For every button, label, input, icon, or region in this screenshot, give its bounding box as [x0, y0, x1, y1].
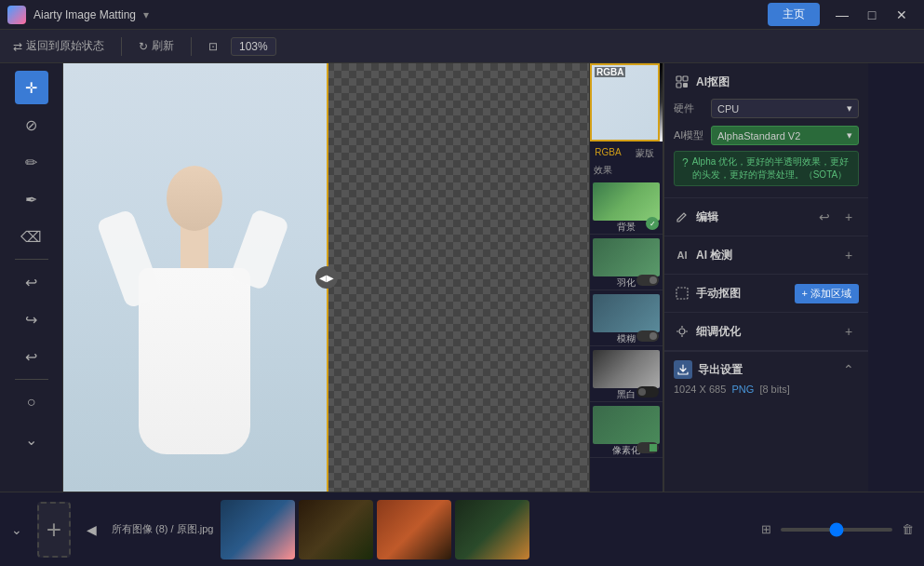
home-button[interactable]: 主页: [768, 3, 820, 26]
mask-thumb[interactable]: [660, 63, 663, 142]
add-area-button[interactable]: + 添加区域: [795, 284, 859, 303]
tool-separator: [15, 259, 48, 260]
maximize-button[interactable]: □: [857, 5, 887, 25]
zoom-level[interactable]: 103%: [231, 37, 276, 56]
fine-tuning-icon: [674, 323, 690, 340]
rgba-label: RGBA: [595, 67, 625, 77]
manual-matting-actions: + 添加区域: [795, 284, 859, 303]
bride-head: [167, 166, 222, 231]
nav-filmstrip-controls: ◀: [74, 519, 108, 541]
expand-tool[interactable]: ⌄: [15, 423, 48, 456]
filmstrip-path: 所有图像 (8) / 原图.jpg: [108, 522, 217, 536]
pixelate-preview: [593, 406, 660, 444]
fine-tuning-actions: +: [838, 321, 859, 342]
zoom-icon[interactable]: ⊡: [203, 38, 223, 55]
toolbar-separator2: [191, 37, 192, 56]
prev-button[interactable]: ◀: [80, 519, 102, 541]
pen-tool[interactable]: ✒: [15, 182, 48, 216]
film-grid-button[interactable]: ⊞: [755, 519, 777, 541]
effect-background[interactable]: 背景 ✓: [590, 179, 663, 235]
filmstrip-scroll: [217, 500, 749, 559]
eraser-tool[interactable]: ⊘: [15, 108, 48, 142]
collapse-button[interactable]: ⌄: [6, 519, 28, 541]
manual-matting-title: 手动抠图: [696, 286, 795, 302]
editing-icon: [674, 209, 690, 225]
feather-preview: [593, 238, 660, 276]
model-select[interactable]: AlphaStandard V2 ▾: [711, 126, 859, 145]
app-logo: [7, 6, 26, 24]
model-row: AI模型 AlphaStandard V2 ▾: [674, 122, 859, 149]
effect-pixelate[interactable]: 像素化: [590, 402, 663, 458]
fine-tuning-title: 细调优化: [696, 324, 838, 340]
delete-tool[interactable]: ⌫: [15, 220, 48, 253]
toolbar-separator: [121, 37, 122, 56]
editing-header[interactable]: 编辑 ↩ +: [674, 204, 859, 230]
effects-label: 效果: [594, 164, 612, 177]
undo-tool[interactable]: ↩: [15, 265, 48, 299]
divider-handle[interactable]: ◀▶: [315, 266, 338, 289]
blur-preview: [593, 294, 660, 332]
export-expand-button[interactable]: ⌃: [838, 359, 859, 380]
feather-toggle[interactable]: [636, 275, 659, 286]
redo-tool[interactable]: ↪: [15, 303, 48, 336]
manual-matting-section: 手动抠图 + 添加区域: [664, 275, 868, 313]
hardware-row: 硬件 CPU ▾: [674, 95, 859, 122]
rgba-tab-label[interactable]: RGBA: [590, 145, 626, 162]
redo-icon: ↻: [139, 40, 148, 53]
export-size: 1024 X 685: [674, 384, 726, 395]
svg-rect-3: [683, 83, 688, 88]
reset-tool[interactable]: ↩: [15, 340, 48, 373]
blur-label: 模糊: [617, 332, 636, 345]
ai-matting-header[interactable]: AI抠图: [674, 69, 859, 95]
blur-thumb: [593, 294, 660, 332]
editing-title: 编辑: [696, 209, 814, 225]
close-button[interactable]: ✕: [887, 5, 917, 25]
main-layout: ✛ ⊘ ✏ ✒ ⌫ ↩ ↪ ↩ ○ ⌄ ◀▶: [0, 63, 924, 492]
film-size-slider[interactable]: [781, 528, 892, 532]
reset-button[interactable]: ⇄ 返回到原始状态: [7, 36, 110, 56]
undo-button[interactable]: ↩: [814, 207, 835, 227]
fine-tuning-add-button[interactable]: +: [838, 321, 859, 342]
feather-toggle-dot: [649, 276, 657, 284]
mask-tab-label[interactable]: 蒙版: [626, 145, 663, 162]
canvas-area[interactable]: ◀▶: [63, 63, 589, 492]
fine-tuning-header[interactable]: 细调优化 +: [674, 318, 859, 344]
bw-toggle[interactable]: [636, 386, 659, 398]
ai-detection-add-button[interactable]: +: [838, 245, 859, 265]
bg-preview: [593, 182, 660, 221]
svg-rect-2: [676, 83, 681, 88]
ai-text-icon: AI: [677, 249, 688, 261]
effect-bw[interactable]: 黑白: [590, 346, 663, 402]
brush-tool[interactable]: ✏: [15, 145, 48, 179]
rgba-thumb[interactable]: RGBA: [590, 63, 660, 142]
export-icon: [674, 360, 692, 379]
svg-point-5: [679, 329, 685, 334]
blur-toggle-dot: [649, 332, 657, 340]
film-thumb-1[interactable]: [221, 500, 295, 559]
reset-icon: ⇄: [13, 40, 22, 53]
hardware-select[interactable]: CPU ▾: [711, 99, 859, 118]
pixelate-toggle[interactable]: [636, 442, 659, 453]
redo-button[interactable]: ↻ 刷新: [133, 36, 180, 56]
circle-tool[interactable]: ○: [15, 385, 48, 419]
mask-preview: [660, 63, 663, 142]
minimize-button[interactable]: —: [827, 5, 857, 25]
film-thumb-2[interactable]: [299, 500, 373, 559]
export-header: 导出设置 ⌃: [674, 359, 859, 380]
editing-add-button[interactable]: +: [838, 207, 859, 227]
film-thumb-3[interactable]: [377, 500, 451, 559]
svg-rect-4: [676, 288, 688, 299]
add-image-button[interactable]: +: [37, 502, 71, 558]
move-tool[interactable]: ✛: [15, 71, 48, 104]
ai-detection-header[interactable]: AI AI 检测 +: [674, 242, 859, 268]
pixelate-toggle-dot: [649, 444, 657, 451]
manual-matting-header[interactable]: 手动抠图 + 添加区域: [674, 280, 859, 306]
film-trash-button[interactable]: 🗑: [896, 519, 918, 541]
background-thumb: [593, 182, 660, 221]
film-thumb-4[interactable]: [455, 500, 529, 559]
effect-feather[interactable]: 羽化: [590, 235, 663, 290]
canvas-divider[interactable]: ◀▶: [327, 63, 328, 492]
blur-toggle[interactable]: [636, 330, 659, 342]
nav-buttons: 主页: [768, 3, 820, 26]
effect-blur[interactable]: 模糊: [590, 290, 663, 346]
